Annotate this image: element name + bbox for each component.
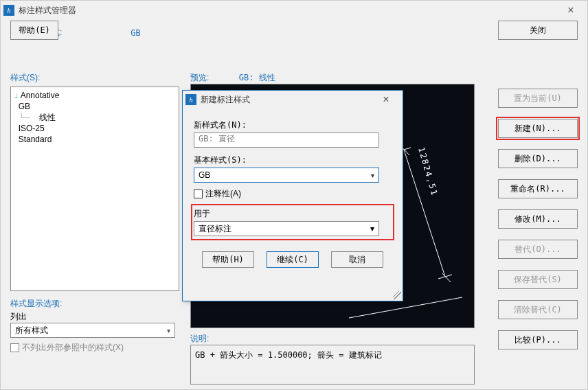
titlebar: h 标注样式管理器 ×: [1, 1, 587, 20]
annotative-icon: ⟂: [14, 91, 19, 100]
list-item[interactable]: ⟂ Annotative: [14, 90, 176, 101]
xref-checkbox[interactable]: 不列出外部参照中的样式(X): [10, 342, 179, 354]
new-dimstyle-modal: h 新建标注样式 × 新样式名(N): GB: 直径 基本样式(S): GB ▾…: [182, 90, 403, 301]
window-title: 标注样式管理器: [19, 5, 557, 16]
display-filter-combo[interactable]: 所有样式 ▾: [10, 323, 175, 338]
chevron-down-icon: ▾: [371, 172, 374, 179]
list-item-label: GB: [19, 102, 30, 111]
tree-branch-icon: └─: [19, 113, 30, 122]
checkbox-box: [10, 343, 19, 352]
preview-header: 预览: GB: 线性: [190, 72, 475, 84]
checkbox-label: 不列出外部参照中的样式(X): [22, 342, 124, 354]
new-name-input[interactable]: GB: 直径: [194, 133, 379, 148]
list-item-label: ISO-25: [19, 124, 45, 133]
content-area: 当前标注样式: GB 样式(S): ⟂ Annotative GB └─ 线性 …: [1, 20, 587, 49]
list-item[interactable]: Standard: [14, 134, 176, 145]
preview-style-text: GB: 线性: [239, 73, 275, 82]
base-style-label: 基本样式(S):: [194, 154, 392, 166]
modify-button[interactable]: 修改(M)...: [498, 209, 578, 229]
chevron-down-icon: ▾: [167, 327, 170, 334]
modal-titlebar: h 新建标注样式 ×: [183, 91, 403, 108]
description-label: 说明:: [190, 333, 475, 345]
used-for-combo[interactable]: 直径标注 ▾: [194, 221, 379, 236]
list-item[interactable]: GB: [14, 101, 176, 112]
display-filter-sublabel: 列出: [10, 311, 179, 323]
clear-override-button[interactable]: 清除替代(C): [498, 300, 578, 319]
svg-line-4: [442, 273, 451, 282]
combo-value: GB: [199, 170, 210, 180]
chevron-down-icon: ▾: [370, 224, 374, 233]
set-current-button[interactable]: 置为当前(U): [498, 89, 578, 108]
new-name-label: 新样式名(N):: [194, 119, 392, 131]
list-item[interactable]: └─ 线性: [14, 112, 176, 123]
list-item-label: Annotative: [21, 91, 60, 100]
button-column: 置为当前(U) 新建(N)... 删除(D)... 重命名(R)... 修改(M…: [498, 89, 578, 349]
current-style-value: GB: [131, 28, 140, 38]
delete-button[interactable]: 删除(D)...: [498, 149, 578, 168]
checkbox-box: [194, 190, 203, 198]
modal-body: 新样式名(N): GB: 直径 基本样式(S): GB ▾ 注释性(A) 用于 …: [183, 108, 403, 273]
override-button[interactable]: 替代(O)...: [498, 240, 578, 259]
list-item-label: Standard: [19, 135, 52, 144]
save-override-button[interactable]: 保存替代(S): [498, 270, 578, 289]
modal-help-button[interactable]: 帮助(H): [202, 251, 254, 268]
display-filter-label: 样式显示选项:: [10, 298, 179, 310]
preview-label: 预览:: [190, 73, 209, 82]
close-icon[interactable]: ×: [557, 2, 585, 19]
modal-cancel-button[interactable]: 取消: [331, 251, 383, 268]
modal-continue-button[interactable]: 继续(C): [267, 251, 319, 268]
new-button[interactable]: 新建(N)...: [498, 119, 578, 138]
styles-label: 样式(S):: [10, 72, 179, 84]
used-for-label: 用于: [194, 208, 392, 220]
help-button[interactable]: 帮助(E): [10, 21, 58, 40]
app-icon: h: [185, 94, 196, 105]
app-icon: h: [3, 5, 14, 16]
list-item-label: 线性: [32, 113, 56, 122]
combo-value: 所有样式: [15, 325, 48, 336]
annotative-checkbox[interactable]: 注释性(A): [194, 188, 392, 200]
current-style-row: 当前标注样式: GB: [10, 27, 578, 38]
combo-value: 直径标注: [199, 223, 231, 235]
used-for-block: 用于 直径标注 ▾: [194, 207, 392, 238]
description-panel: 说明: GB + 箭头大小 = 1.500000; 箭头 = 建筑标记: [190, 333, 475, 385]
modal-title: 新建标注样式: [201, 94, 372, 106]
styles-listbox[interactable]: ⟂ Annotative GB └─ 线性 ISO-25 Standard: [10, 87, 179, 291]
dimstyle-manager-window: h 标注样式管理器 × 当前标注样式: GB 样式(S): ⟂ Annotati…: [0, 0, 588, 390]
checkbox-label: 注释性(A): [205, 188, 241, 200]
modal-button-row: 帮助(H) 继续(C) 取消: [194, 251, 392, 268]
list-item[interactable]: ISO-25: [14, 123, 176, 134]
rename-button[interactable]: 重命名(R)...: [498, 179, 578, 198]
description-text: GB + 箭头大小 = 1.500000; 箭头 = 建筑标记: [190, 345, 475, 385]
base-style-combo[interactable]: GB ▾: [194, 168, 379, 183]
resize-grip-icon[interactable]: [393, 291, 401, 299]
close-button[interactable]: 关闭: [498, 21, 578, 40]
compare-button[interactable]: 比较(P)...: [498, 330, 578, 349]
styles-panel: 样式(S): ⟂ Annotative GB └─ 线性 ISO-25 Stan…: [10, 72, 179, 354]
close-icon[interactable]: ×: [372, 91, 400, 108]
